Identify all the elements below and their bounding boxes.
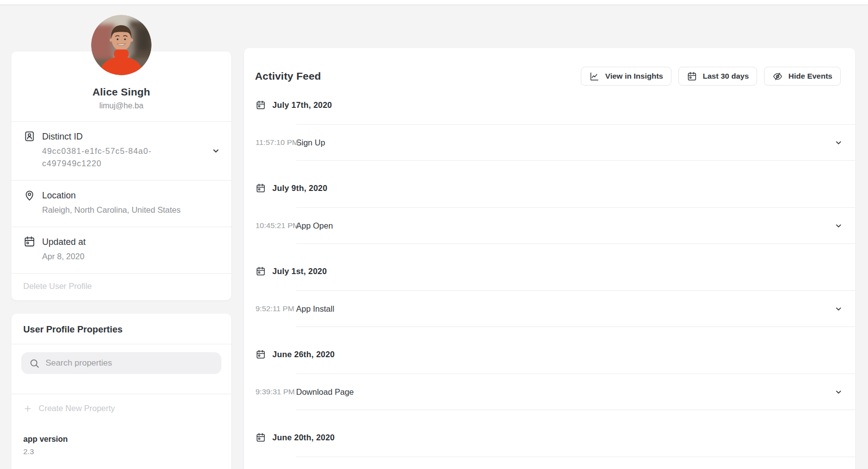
event-time: 10:45:21 PM: [255, 221, 299, 230]
toolbar-button-hide-events[interactable]: Hide Events: [764, 67, 841, 86]
id-badge-icon: [23, 130, 36, 142]
property-value: 2.3: [23, 446, 219, 457]
feed-toolbar: View in InsightsLast 30 daysHide Events: [581, 67, 841, 86]
group-date-label: July 9th, 2020: [272, 184, 327, 193]
chevron-down-icon[interactable]: [834, 139, 843, 147]
group-date-header: July 1st, 2020: [244, 266, 855, 277]
eye-off-icon: [772, 71, 783, 82]
group-event-rows: 9:52:11 PM App Install: [296, 290, 855, 327]
activity-feed-header: Activity Feed View in InsightsLast 30 da…: [244, 48, 855, 86]
toolbar-button-label: View in Insights: [605, 72, 663, 81]
group-event-rows: [296, 457, 855, 457]
activity-date-group: June 26th, 2020 9:39:31 PM Download Page: [244, 349, 855, 410]
user-profile-properties-card: User Profile Properties Create New Prope…: [11, 314, 231, 469]
toolbar-button-label: Last 30 days: [703, 72, 749, 81]
field-label: Distinct ID: [42, 131, 170, 142]
toolbar-button-label: Hide Events: [788, 72, 832, 81]
search-icon: [29, 358, 40, 369]
toolbar-button-view-in-insights[interactable]: View in Insights: [581, 67, 671, 86]
event-row[interactable]: 9:52:11 PM App Install: [296, 291, 855, 327]
profile-email: limuj@he.ba: [23, 101, 219, 110]
profile-sidebar: Alice Singh limuj@he.ba Distinct ID 49cc…: [11, 5, 231, 469]
activity-date-group: July 1st, 2020 9:52:11 PM App Install: [244, 266, 855, 327]
create-new-property-button[interactable]: Create New Property: [23, 401, 115, 416]
location-pin-icon: [23, 189, 36, 201]
chevron-down-icon[interactable]: [834, 222, 843, 230]
group-date-label: July 17th, 2020: [272, 100, 332, 110]
plus-icon: [23, 404, 32, 413]
group-event-rows: 11:57:10 PM Sign Up: [296, 124, 855, 161]
avatar: [91, 15, 152, 75]
properties-panel-title: User Profile Properties: [11, 314, 231, 344]
property-name: app version: [23, 434, 219, 445]
calendar-icon: [255, 266, 266, 277]
create-property-section: Create New Property: [11, 394, 231, 423]
event-name: App Install: [296, 304, 334, 314]
field-label: Updated at: [42, 236, 86, 248]
group-date-header: June 20th, 2020: [244, 432, 855, 443]
calendar-icon: [255, 183, 266, 193]
field-label: Location: [42, 189, 181, 201]
group-date-label: July 1st, 2020: [272, 267, 327, 276]
profile-name: Alice Singh: [23, 86, 219, 98]
create-new-property-label: Create New Property: [39, 404, 115, 413]
event-name: Download Page: [296, 387, 354, 397]
group-date-header: June 26th, 2020: [244, 349, 855, 360]
activity-date-group: June 20th, 2020: [244, 432, 855, 457]
group-event-rows: 10:45:21 PM App Open: [296, 207, 855, 244]
calendar-icon: [23, 235, 36, 248]
profile-field-location: Location Raleigh, North Carolina, United…: [11, 180, 231, 227]
delete-profile-row: Delete User Profile: [11, 273, 231, 300]
group-date-label: June 26th, 2020: [272, 350, 335, 359]
chevron-down-icon[interactable]: [834, 305, 843, 313]
field-value: Apr 8, 2020: [42, 250, 86, 263]
profile-card: Alice Singh limuj@he.ba Distinct ID 49cc…: [11, 51, 231, 300]
event-time: 9:52:11 PM: [255, 304, 294, 313]
event-time: 11:57:10 PM: [255, 138, 299, 147]
avatar-illustration: [91, 15, 152, 75]
event-row[interactable]: 10:45:21 PM App Open: [296, 208, 855, 244]
event-row[interactable]: 9:39:31 PM Download Page: [296, 374, 855, 410]
calendar-icon: [687, 71, 697, 82]
profile-field-updated-at: Updated at Apr 8, 2020: [11, 227, 231, 273]
chevron-down-icon[interactable]: [211, 146, 220, 155]
event-name: Sign Up: [296, 138, 325, 147]
delete-user-profile-button[interactable]: Delete User Profile: [23, 281, 92, 291]
toolbar-button-last-30-days[interactable]: Last 30 days: [678, 67, 757, 86]
page: Alice Singh limuj@he.ba Distinct ID 49cc…: [0, 5, 868, 469]
search-section: [11, 344, 231, 394]
group-event-rows: 9:39:31 PM Download Page: [296, 374, 855, 410]
property-row[interactable]: app version 2.3: [11, 423, 231, 469]
calendar-icon: [255, 349, 266, 360]
event-name: App Open: [296, 221, 333, 231]
group-date-header: July 9th, 2020: [244, 183, 855, 193]
activity-date-group: July 9th, 2020 10:45:21 PM App Open: [244, 183, 855, 244]
chevron-down-icon[interactable]: [834, 388, 843, 396]
group-date-header: July 17th, 2020: [244, 99, 855, 110]
calendar-icon: [255, 100, 266, 110]
top-nav-bar: [0, 0, 868, 5]
calendar-icon: [255, 432, 266, 443]
search-box[interactable]: [21, 352, 221, 374]
activity-feed-card: Activity Feed View in InsightsLast 30 da…: [244, 48, 855, 469]
activity-feed-title: Activity Feed: [255, 70, 321, 82]
event-time: 9:39:31 PM: [255, 387, 295, 396]
property-list: app version 2.3: [11, 423, 231, 469]
event-row[interactable]: 11:57:10 PM Sign Up: [296, 125, 855, 161]
activity-groups: July 17th, 2020 11:57:10 PM Sign Up July…: [244, 99, 855, 457]
group-date-label: June 20th, 2020: [272, 433, 335, 442]
field-value: Raleigh, North Carolina, United States: [42, 204, 181, 216]
activity-date-group: July 17th, 2020 11:57:10 PM Sign Up: [244, 99, 855, 161]
field-value: 49cc0381-e1fc-57c5-84a0-c497949c1220: [42, 145, 170, 170]
profile-field-distinct-id: Distinct ID 49cc0381-e1fc-57c5-84a0-c497…: [11, 121, 231, 180]
search-properties-input[interactable]: [46, 358, 213, 368]
line-chart-icon: [589, 71, 600, 82]
profile-fields: Distinct ID 49cc0381-e1fc-57c5-84a0-c497…: [11, 121, 231, 273]
